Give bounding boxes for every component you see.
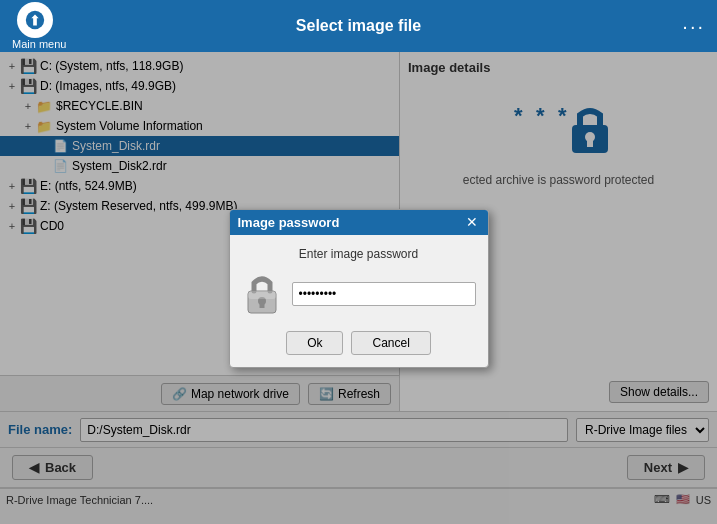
svg-rect-10	[248, 291, 276, 299]
header: Main menu Select image file ···	[0, 0, 717, 52]
modal-body: Enter image password Ok Cancel	[230, 235, 488, 367]
main-menu-label: Main menu	[12, 38, 66, 50]
modal-prompt: Enter image password	[242, 247, 476, 261]
cancel-button[interactable]: Cancel	[351, 331, 430, 355]
main-menu-button[interactable]: Main menu	[12, 2, 66, 50]
ok-button[interactable]: Ok	[286, 331, 343, 355]
modal-buttons: Ok Cancel	[242, 331, 476, 355]
more-options-button[interactable]: ···	[682, 15, 705, 38]
modal-content-row	[242, 269, 476, 319]
modal-titlebar: Image password ✕	[230, 210, 488, 235]
modal-close-button[interactable]: ✕	[464, 215, 480, 229]
app-logo	[17, 2, 53, 38]
page-title: Select image file	[296, 17, 421, 35]
image-password-dialog: Image password ✕ Enter image password Ok	[229, 209, 489, 368]
svg-rect-9	[259, 303, 264, 308]
modal-lock-icon	[242, 269, 282, 319]
modal-overlay: Image password ✕ Enter image password Ok	[0, 52, 717, 524]
password-input[interactable]	[292, 282, 476, 306]
modal-title: Image password	[238, 215, 340, 230]
